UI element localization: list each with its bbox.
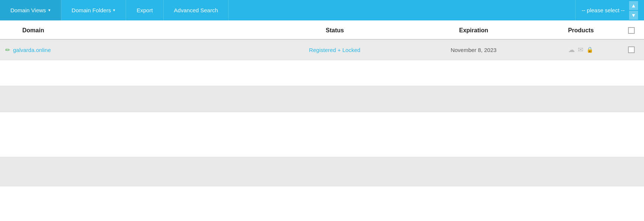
arrow-up-icon: ▲ [631, 3, 636, 9]
domain-folders-menu[interactable]: Domain Folders ▾ [61, 0, 126, 20]
header-checkbox[interactable] [628, 27, 635, 34]
lock-icon: 🔒 [586, 46, 593, 53]
row-checkbox[interactable] [628, 46, 635, 53]
select-placeholder: -- please select -- [582, 7, 625, 13]
cell-expiration: November 8, 2023 [404, 47, 543, 53]
col-header-expiration: Expiration [404, 27, 543, 34]
col-header-domain: Domain [0, 27, 265, 34]
domain-folders-caret: ▾ [113, 8, 115, 13]
select-area: -- please select -- ▲ ▼ [575, 0, 644, 20]
col-header-checkbox[interactable] [619, 27, 644, 34]
arrow-up-button[interactable]: ▲ [629, 1, 638, 10]
col-header-status: Status [265, 27, 404, 34]
empty-space-1 [0, 112, 644, 157]
export-label: Export [136, 7, 152, 13]
empty-space-2 [0, 157, 644, 186]
cell-domain: ✏ galvarda.online [0, 46, 265, 53]
status-text: Registered + Locked [309, 47, 360, 53]
empty-space-3 [0, 186, 644, 216]
advanced-search-menu[interactable]: Advanced Search [164, 0, 229, 20]
cell-status: Registered + Locked [265, 47, 404, 53]
table-row: ✏ galvarda.online Registered + Locked No… [0, 40, 644, 60]
domain-views-label: Domain Views [10, 7, 46, 13]
table-row-empty-2 [0, 86, 644, 112]
cell-products: ☁ ✉ 🔒 [543, 46, 619, 54]
export-menu[interactable]: Export [126, 0, 163, 20]
column-headers: Domain Status Expiration Products [0, 20, 644, 40]
arrow-down-button[interactable]: ▼ [629, 11, 638, 20]
col-header-products: Products [543, 27, 619, 34]
domain-views-menu[interactable]: Domain Views ▾ [0, 0, 61, 20]
edit-icon[interactable]: ✏ [5, 46, 10, 53]
table-row-empty-1 [0, 60, 644, 86]
cell-checkbox[interactable] [619, 46, 644, 53]
domain-views-caret: ▾ [48, 8, 51, 13]
navbar: Domain Views ▾ Domain Folders ▾ Export A… [0, 0, 644, 20]
expiration-text: November 8, 2023 [451, 47, 496, 53]
cloud-icon: ☁ [568, 46, 575, 54]
domain-link[interactable]: galvarda.online [13, 47, 51, 53]
email-icon: ✉ [578, 46, 583, 54]
advanced-search-label: Advanced Search [174, 7, 218, 13]
arrow-down-icon: ▼ [631, 12, 636, 18]
select-arrow[interactable]: ▲ ▼ [629, 1, 638, 20]
domain-folders-label: Domain Folders [72, 7, 111, 13]
